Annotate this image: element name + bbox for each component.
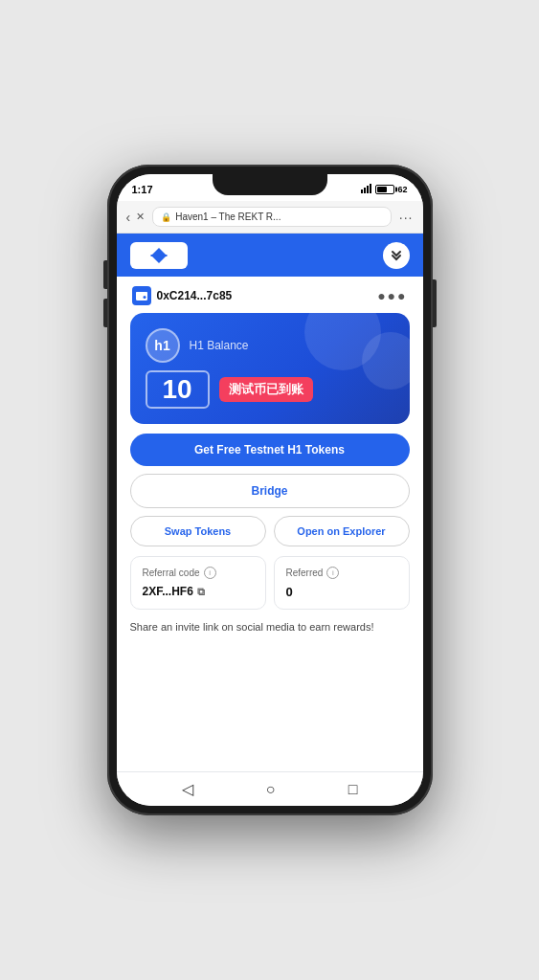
browser-bar: ‹ ✕ 🔒 Haven1 – The REKT R... ··· [117, 201, 423, 234]
referral-code-label: Referral code i [143, 567, 254, 579]
back-button[interactable]: ‹ [126, 210, 131, 225]
referred-label: Referred i [286, 567, 397, 579]
svg-rect-1 [364, 188, 366, 193]
close-tab-button[interactable]: ✕ [136, 211, 145, 223]
open-explorer-button[interactable]: Open on Explorer [274, 516, 410, 546]
svg-rect-0 [361, 189, 363, 193]
volume-up-button [103, 260, 107, 289]
swap-tokens-button[interactable]: Swap Tokens [130, 516, 266, 546]
status-icons: 62 [361, 184, 407, 195]
wallet-bar: 0xC214...7c85 ●●● [117, 277, 423, 313]
svg-rect-2 [367, 186, 369, 193]
battery-percent: 62 [397, 185, 407, 194]
signal-icon [361, 184, 372, 195]
wallet-address-text: 0xC214...7c85 [157, 289, 233, 302]
home-nav-button[interactable]: ○ [266, 781, 276, 798]
copy-icon[interactable]: ⧉ [197, 586, 205, 598]
chinese-badge: 测试币已到账 [219, 377, 313, 402]
logo-diamond-icon [150, 247, 168, 264]
share-text: Share an invite link on social media to … [117, 619, 423, 645]
power-button [433, 279, 437, 327]
bridge-button[interactable]: Bridge [130, 474, 410, 508]
browser-menu-button[interactable]: ··· [399, 210, 414, 225]
get-tokens-button[interactable]: Get Free Testnet H1 Tokens [130, 434, 410, 466]
referral-code-card: Referral code i 2XF...HF6 ⧉ [130, 556, 266, 610]
action-buttons-row: Swap Tokens Open on Explorer [130, 516, 410, 546]
wallet-address-group: 0xC214...7c85 [132, 286, 233, 305]
svg-rect-5 [136, 292, 147, 295]
wallet-menu-button[interactable]: ●●● [377, 288, 407, 303]
volume-down-button [103, 299, 107, 327]
wallet-icon [132, 286, 151, 305]
svg-rect-3 [370, 184, 371, 193]
address-bar[interactable]: 🔒 Haven1 – The REKT R... [152, 207, 392, 227]
balance-card: h1 H1 Balance 10 测试币已到账 [130, 313, 410, 424]
referred-value: 0 [286, 585, 397, 599]
notch [213, 174, 327, 195]
svg-point-6 [143, 296, 146, 299]
app-header [117, 234, 423, 277]
info-cards-row: Referral code i 2XF...HF6 ⧉ Referred i 0 [130, 556, 410, 610]
scroll-content: 0xC214...7c85 ●●● h1 H1 Balance 10 [117, 277, 423, 771]
back-nav-button[interactable]: ◁ [182, 780, 193, 798]
referral-info-icon[interactable]: i [204, 567, 216, 579]
phone-frame: 1:17 62 ‹ ✕ [107, 165, 433, 815]
app-logo [130, 242, 188, 269]
battery-icon [375, 185, 394, 194]
page-title: Haven1 – The REKT R... [175, 212, 281, 222]
scroll-down-button[interactable] [383, 242, 410, 269]
balance-amount-wrapper: 10 测试币已到账 [146, 370, 313, 409]
lock-icon: 🔒 [161, 212, 171, 222]
browser-nav: ‹ ✕ [126, 210, 146, 225]
balance-amount: 10 [146, 370, 210, 409]
recent-nav-button[interactable]: □ [348, 781, 358, 798]
card-inner: h1 H1 Balance 10 测试币已到账 [146, 328, 394, 409]
balance-label: H1 Balance [190, 339, 249, 352]
phone-screen: 1:17 62 ‹ ✕ [117, 174, 423, 806]
bottom-nav: ◁ ○ □ [117, 771, 423, 806]
card-header: h1 H1 Balance [146, 328, 249, 363]
referred-info-icon[interactable]: i [326, 567, 339, 579]
referred-card: Referred i 0 [274, 556, 410, 610]
h1-logo: h1 [146, 328, 180, 363]
status-time: 1:17 [132, 184, 153, 195]
referral-code-value: 2XF...HF6 ⧉ [143, 585, 254, 598]
